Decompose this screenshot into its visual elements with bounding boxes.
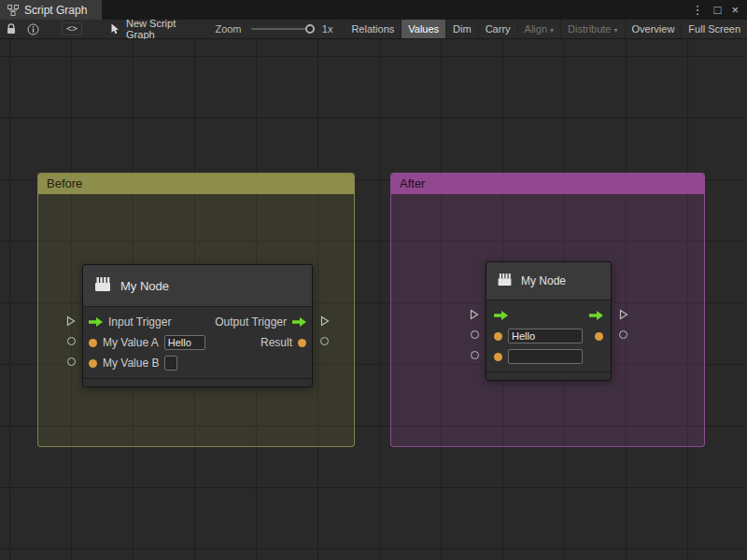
graph-canvas[interactable]: Before My Node [0,39,747,560]
info-icon[interactable] [27,23,39,35]
ext-my-value-b-port[interactable] [471,351,479,359]
my-node-icon [496,272,514,291]
node-footer [486,371,611,380]
my-value-b-input[interactable] [508,349,583,364]
ext-my-value-a-port[interactable] [67,337,76,345]
my-node-icon [92,275,113,297]
port-row [486,326,611,346]
my-value-a-label: My Value A [103,336,159,349]
input-trigger-port-icon[interactable] [494,311,508,320]
node-body [486,301,611,371]
node-header[interactable]: My Node [486,262,611,301]
port-row: My Value B [83,353,312,373]
toolbar-toggles: Relations Values Dim Carry Align ▾ Distr… [344,20,747,38]
new-script-graph-breadcrumb[interactable]: New Script Graph [110,18,189,40]
group-before-label: Before [47,176,82,190]
close-icon[interactable]: × [731,4,739,16]
port-row: My Value A Result [83,332,312,353]
node-header[interactable]: My Node [83,265,312,307]
ext-result-port[interactable] [619,330,627,339]
node-title: My Node [521,274,566,287]
port-row [486,346,611,367]
dim-toggle[interactable]: Dim [445,20,478,38]
overview-button[interactable]: Overview [625,20,682,38]
output-trigger-port-icon[interactable] [292,317,306,327]
distribute-dropdown[interactable]: Distribute ▾ [560,20,624,38]
result-port-icon[interactable] [298,339,306,347]
ext-my-value-b-port[interactable] [67,357,76,366]
toggle-label: Dim [453,23,472,35]
ext-output-trigger-port[interactable] [619,309,628,320]
node-my-node-before[interactable]: My Node Input Trigger Output Trigger [82,264,313,387]
graph-cursor-icon [110,23,120,35]
my-value-b-label: My Value B [103,357,159,370]
align-dropdown[interactable]: Align ▾ [517,20,560,38]
node-my-node-after[interactable]: My Node [486,261,612,381]
zoom-label: Zoom [215,23,241,35]
toggle-label: Overview [632,23,675,35]
ext-my-value-a-port[interactable] [471,330,479,339]
tab-label: Script Graph [24,4,87,17]
node-footer [83,378,312,386]
chevron-down-icon: ▾ [550,26,554,35]
ext-input-trigger-port[interactable] [66,315,76,327]
relations-toggle[interactable]: Relations [344,20,401,38]
toggle-label: Values [408,23,439,35]
node-title: My Node [120,279,169,293]
input-trigger-port-icon[interactable] [89,317,103,327]
ext-output-trigger-port[interactable] [320,315,330,327]
my-value-a-port-icon[interactable] [494,332,502,341]
toggle-label: Carry [486,23,511,35]
zoom-value: 1x [322,23,333,35]
toggle-label: Align [525,23,547,35]
toggle-label: Relations [351,23,394,35]
code-view-icon[interactable]: <> [62,22,82,35]
graph-title-label: New Script Graph [126,18,189,40]
menu-icon[interactable]: ⋮ [692,4,704,16]
tab-bar: Script Graph ⋮ □ × [0,0,747,20]
ext-result-port[interactable] [320,337,329,345]
my-value-a-port-icon[interactable] [89,339,97,347]
values-toggle[interactable]: Values [401,20,445,38]
group-after-label: After [400,176,425,190]
port-row [486,305,611,326]
my-value-b-port-icon[interactable] [89,359,97,368]
my-value-a-input[interactable] [508,329,583,343]
lock-icon[interactable] [7,23,16,35]
output-trigger-label: Output Trigger [215,315,287,329]
toggle-label: Full Screen [688,23,740,35]
port-row: Input Trigger Output Trigger [83,312,312,332]
result-label: Result [261,336,292,349]
result-port-icon[interactable] [595,332,603,341]
output-trigger-port-icon[interactable] [589,311,603,320]
maximize-icon[interactable]: □ [714,4,722,16]
graph-toolbar: <> New Script Graph Zoom 1x Relations Va… [0,20,747,39]
fullscreen-button[interactable]: Full Screen [681,20,747,38]
window-controls: ⋮ □ × [692,0,747,20]
zoom-slider-track [251,28,309,30]
carry-toggle[interactable]: Carry [478,20,517,38]
script-graph-icon [7,5,19,16]
group-after-header[interactable]: After [391,174,704,194]
zoom-slider-knob[interactable] [305,24,315,34]
my-value-b-port-icon[interactable] [494,353,502,361]
toggle-label: Distribute [568,23,611,35]
my-value-b-input[interactable] [164,356,177,371]
group-after[interactable]: After My Node [390,173,705,447]
zoom-slider[interactable] [251,22,315,35]
group-before[interactable]: Before My Node [37,173,355,447]
my-value-a-input[interactable] [164,335,205,350]
ext-input-trigger-port[interactable] [470,309,479,320]
script-graph-window: Script Graph ⋮ □ × <> [0,0,747,560]
group-before-header[interactable]: Before [38,174,354,194]
node-body: Input Trigger Output Trigger My Valu [83,307,312,378]
input-trigger-label: Input Trigger [108,315,171,329]
tab-script-graph[interactable]: Script Graph [0,0,102,20]
chevron-down-icon: ▾ [614,26,618,35]
